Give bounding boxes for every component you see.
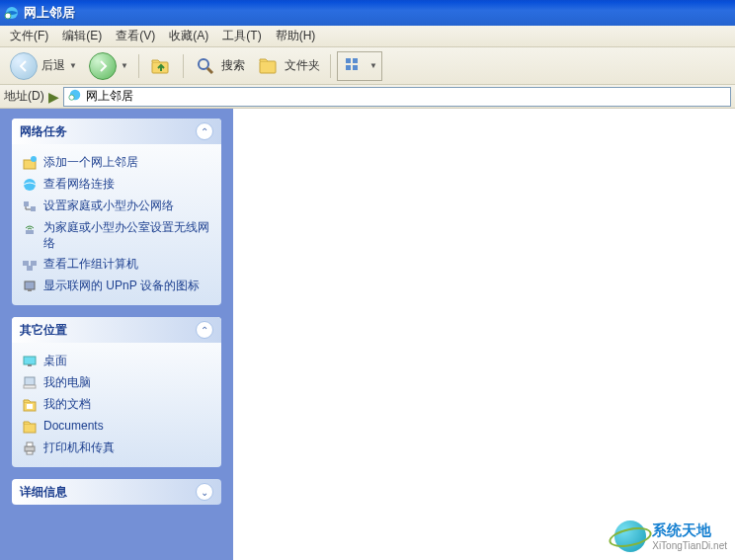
- svg-rect-20: [25, 281, 35, 289]
- panel-details: 详细信息 ⌄: [12, 479, 221, 505]
- wireless-icon: [22, 220, 38, 236]
- menu-file[interactable]: 文件(F): [4, 26, 54, 46]
- task-add-network-place[interactable]: 添加一个网上邻居: [22, 152, 211, 174]
- panel-header-network-tasks[interactable]: 网络任务 ⌃: [12, 119, 221, 144]
- content-area[interactable]: [233, 109, 735, 560]
- task-setup-wireless[interactable]: 为家庭或小型办公室设置无线网络: [22, 217, 211, 254]
- expand-icon[interactable]: ⌄: [196, 483, 213, 501]
- address-label: 地址(D): [4, 88, 44, 105]
- upnp-icon: [22, 279, 38, 294]
- network-places-icon: [68, 88, 82, 105]
- task-label: 设置家庭或小型办公网络: [43, 199, 174, 214]
- svg-rect-24: [25, 377, 35, 385]
- svg-rect-6: [353, 58, 358, 63]
- toolbar: 后退 ▼ ▼ 搜索 文件夹 ▼: [0, 47, 735, 85]
- task-view-workgroup[interactable]: 查看工作组计算机: [22, 254, 211, 276]
- panel-body: 添加一个网上邻居 查看网络连接 设置家庭或小型办公网络 为家庭或小型办公室设置无…: [12, 144, 221, 305]
- watermark: 系统天地 XiTongTianDi.net: [614, 520, 727, 552]
- folders-icon: [257, 54, 281, 78]
- task-show-upnp[interactable]: 显示联网的 UPnP 设备的图标: [22, 276, 211, 297]
- svg-rect-7: [346, 65, 351, 70]
- printer-icon: [22, 440, 38, 456]
- toolbar-separator: [138, 54, 139, 78]
- task-label: 查看网络连接: [43, 177, 115, 193]
- svg-point-3: [199, 59, 208, 69]
- menubar: 文件(F) 编辑(E) 查看(V) 收藏(A) 工具(T) 帮助(H): [0, 26, 735, 47]
- search-button[interactable]: 搜索: [190, 52, 249, 80]
- addressbar: 地址(D) ▶ 网上邻居: [0, 85, 735, 109]
- forward-dropdown-icon[interactable]: ▼: [121, 61, 128, 70]
- panel-body: 桌面 我的电脑 我的文档 Documents 打印机和传真: [12, 343, 221, 467]
- svg-point-10: [69, 95, 74, 100]
- menu-help[interactable]: 帮助(H): [270, 26, 322, 46]
- globe-icon: [614, 520, 646, 552]
- back-label: 后退: [41, 57, 65, 74]
- views-icon: [342, 54, 366, 78]
- panel-header-other-places[interactable]: 其它位置 ⌃: [12, 317, 221, 343]
- folder-up-icon: [149, 54, 173, 78]
- place-my-documents[interactable]: 我的文档: [22, 394, 211, 416]
- menu-view[interactable]: 查看(V): [110, 26, 161, 46]
- panel-title: 其它位置: [20, 322, 67, 339]
- menu-edit[interactable]: 编辑(E): [56, 26, 108, 46]
- svg-rect-23: [28, 364, 32, 366]
- svg-rect-27: [27, 404, 33, 409]
- computer-icon: [22, 375, 38, 391]
- svg-rect-21: [28, 289, 32, 291]
- svg-rect-18: [31, 261, 37, 266]
- svg-point-13: [24, 179, 36, 191]
- panel-header-details[interactable]: 详细信息 ⌄: [12, 479, 221, 505]
- place-documents[interactable]: Documents: [22, 416, 211, 438]
- task-setup-network[interactable]: 设置家庭或小型办公网络: [22, 196, 211, 217]
- network-places-icon: [4, 5, 20, 21]
- task-view-connections[interactable]: 查看网络连接: [22, 174, 211, 196]
- views-dropdown-icon[interactable]: ▼: [369, 61, 377, 70]
- add-place-icon: [22, 155, 38, 171]
- titlebar: 网上邻居: [0, 0, 735, 26]
- up-button[interactable]: [145, 52, 177, 80]
- place-label: 我的电脑: [43, 375, 91, 391]
- svg-rect-19: [27, 266, 33, 271]
- folders-button[interactable]: 文件夹: [253, 52, 324, 80]
- watermark-main: 系统天地: [652, 521, 727, 540]
- panel-network-tasks: 网络任务 ⌃ 添加一个网上邻居 查看网络连接 设置家庭或小型办公网络: [12, 119, 221, 305]
- folders-label: 文件夹: [285, 57, 320, 74]
- menu-tools[interactable]: 工具(T): [216, 26, 267, 46]
- back-button[interactable]: 后退 ▼: [6, 50, 81, 82]
- svg-rect-16: [26, 230, 34, 234]
- svg-rect-14: [24, 201, 29, 206]
- task-label: 显示联网的 UPnP 设备的图标: [43, 279, 200, 294]
- svg-point-1: [5, 13, 11, 19]
- collapse-icon[interactable]: ⌃: [196, 122, 213, 140]
- window-title: 网上邻居: [24, 4, 75, 22]
- place-label: Documents: [43, 419, 104, 435]
- panel-other-places: 其它位置 ⌃ 桌面 我的电脑 我的文档 Documents: [12, 317, 221, 467]
- svg-rect-4: [260, 61, 276, 73]
- address-field[interactable]: 网上邻居: [63, 87, 731, 107]
- svg-rect-25: [24, 385, 36, 388]
- back-dropdown-icon[interactable]: ▼: [69, 61, 77, 70]
- setup-network-icon: [22, 199, 38, 214]
- svg-rect-8: [353, 65, 358, 70]
- forward-button[interactable]: ▼: [85, 50, 132, 82]
- toolbar-separator: [330, 54, 331, 78]
- address-go-icon[interactable]: ▶: [48, 89, 59, 105]
- svg-rect-22: [24, 357, 36, 364]
- svg-point-12: [31, 156, 37, 162]
- place-my-computer[interactable]: 我的电脑: [22, 372, 211, 394]
- views-button[interactable]: ▼: [337, 51, 382, 81]
- sidebar: 网络任务 ⌃ 添加一个网上邻居 查看网络连接 设置家庭或小型办公网络: [0, 109, 233, 560]
- collapse-icon[interactable]: ⌃: [196, 321, 213, 339]
- place-printers[interactable]: 打印机和传真: [22, 438, 211, 459]
- svg-rect-29: [25, 446, 35, 451]
- place-label: 我的文档: [43, 397, 91, 413]
- forward-icon: [89, 52, 117, 80]
- place-desktop[interactable]: 桌面: [22, 351, 211, 372]
- watermark-sub: XiTongTianDi.net: [652, 540, 727, 551]
- svg-rect-28: [24, 424, 36, 433]
- body: 网络任务 ⌃ 添加一个网上邻居 查看网络连接 设置家庭或小型办公网络: [0, 109, 735, 560]
- toolbar-separator: [183, 54, 184, 78]
- menu-favorites[interactable]: 收藏(A): [163, 26, 214, 46]
- back-icon: [10, 52, 38, 80]
- panel-title: 网络任务: [20, 123, 67, 140]
